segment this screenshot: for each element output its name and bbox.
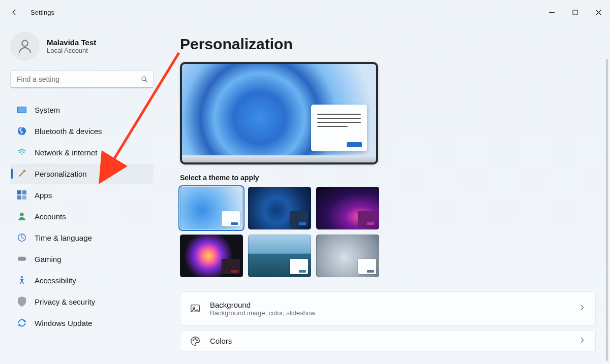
wifi-icon	[17, 148, 26, 157]
theme-heading: Select a theme to apply	[180, 174, 594, 182]
settings-cards: Background Background image, color, slid…	[180, 291, 596, 351]
main-content: Personalization Select a theme to apply …	[173, 28, 610, 364]
svg-point-21	[193, 307, 195, 309]
nav-apps[interactable]: Apps	[10, 185, 154, 205]
desktop-preview	[180, 62, 378, 164]
shield-icon	[17, 297, 26, 306]
nav-network[interactable]: Network & internet	[10, 142, 154, 162]
preview-mock-window	[311, 105, 367, 151]
theme-option-1[interactable]	[180, 187, 243, 229]
svg-point-10	[21, 154, 22, 155]
nav-label: System	[35, 106, 60, 114]
chevron-right-icon	[578, 336, 586, 346]
svg-line-6	[145, 80, 147, 82]
svg-rect-8	[18, 107, 25, 112]
close-button[interactable]	[587, 4, 610, 20]
theme-option-3[interactable]	[316, 187, 379, 229]
avatar	[10, 31, 40, 61]
card-title: Colors	[210, 337, 232, 345]
nav-bluetooth[interactable]: Bluetooth & devices	[10, 121, 154, 141]
card-subtitle: Background image, color, slideshow	[210, 309, 315, 317]
nav-time-language[interactable]: Time & language	[10, 227, 154, 248]
svg-point-4	[22, 41, 27, 46]
svg-rect-1	[573, 10, 577, 15]
system-icon	[17, 105, 26, 114]
chevron-right-icon	[578, 304, 586, 314]
accessibility-icon	[17, 276, 26, 285]
nav-personalization[interactable]: Personalization	[10, 163, 154, 184]
theme-option-4[interactable]	[180, 235, 243, 277]
globe-clock-icon	[17, 233, 26, 242]
titlebar: Settings	[0, 0, 610, 24]
nav-label: Accounts	[35, 212, 66, 221]
person-icon	[17, 212, 26, 221]
profile-name: Malavida Test	[47, 38, 96, 47]
nav-accessibility[interactable]: Accessibility	[10, 270, 154, 290]
search-wrap	[10, 70, 154, 88]
profile-block[interactable]: Malavida Test Local Account	[10, 31, 158, 61]
page-title: Personalization	[180, 36, 594, 53]
nav-label: Network & internet	[35, 148, 97, 157]
nav-privacy[interactable]: Privacy & security	[10, 291, 154, 312]
svg-rect-15	[22, 195, 26, 200]
svg-point-22	[193, 340, 194, 341]
theme-option-2[interactable]	[248, 187, 311, 229]
apps-icon	[17, 190, 26, 200]
svg-point-24	[197, 340, 198, 341]
nav-windows-update[interactable]: Windows Update	[10, 313, 154, 333]
nav-label: Apps	[35, 191, 52, 200]
search-input[interactable]	[10, 70, 154, 88]
svg-point-16	[20, 213, 23, 216]
svg-rect-18	[18, 257, 26, 261]
nav-label: Privacy & security	[35, 297, 95, 306]
svg-rect-14	[17, 195, 21, 200]
nav-label: Gaming	[35, 255, 62, 263]
picture-icon	[190, 303, 201, 314]
sidebar: Malavida Test Local Account System Bluet…	[0, 26, 163, 364]
svg-point-19	[21, 276, 23, 278]
maximize-button[interactable]	[563, 4, 587, 20]
nav-accounts[interactable]: Accounts	[10, 206, 154, 226]
nav-gaming[interactable]: Gaming	[10, 249, 154, 269]
theme-grid	[180, 187, 594, 277]
back-button[interactable]	[9, 7, 19, 17]
gamepad-icon	[17, 254, 26, 263]
search-icon	[140, 75, 148, 83]
window-controls	[540, 4, 610, 20]
minimize-button[interactable]	[540, 4, 563, 20]
bluetooth-icon	[17, 126, 26, 136]
svg-rect-13	[22, 190, 26, 194]
nav-label: Windows Update	[35, 319, 92, 327]
window-title: Settings	[30, 9, 54, 16]
svg-point-5	[142, 77, 146, 81]
svg-point-23	[195, 338, 196, 339]
nav: System Bluetooth & devices Network & int…	[10, 100, 154, 333]
scrollbar[interactable]	[606, 59, 608, 361]
nav-label: Accessibility	[35, 276, 76, 285]
nav-label: Personalization	[35, 170, 87, 178]
nav-label: Bluetooth & devices	[35, 127, 102, 136]
paintbrush-icon	[17, 169, 26, 178]
update-icon	[17, 318, 26, 327]
card-title: Background	[210, 301, 315, 309]
theme-option-6[interactable]	[316, 235, 379, 277]
theme-option-5[interactable]	[248, 235, 311, 277]
nav-system[interactable]: System	[10, 100, 154, 120]
palette-icon	[190, 336, 201, 347]
svg-rect-12	[17, 190, 21, 194]
card-background[interactable]: Background Background image, color, slid…	[180, 291, 596, 326]
nav-label: Time & language	[35, 234, 92, 242]
card-colors[interactable]: Colors	[180, 330, 596, 351]
profile-sub: Local Account	[47, 47, 96, 54]
